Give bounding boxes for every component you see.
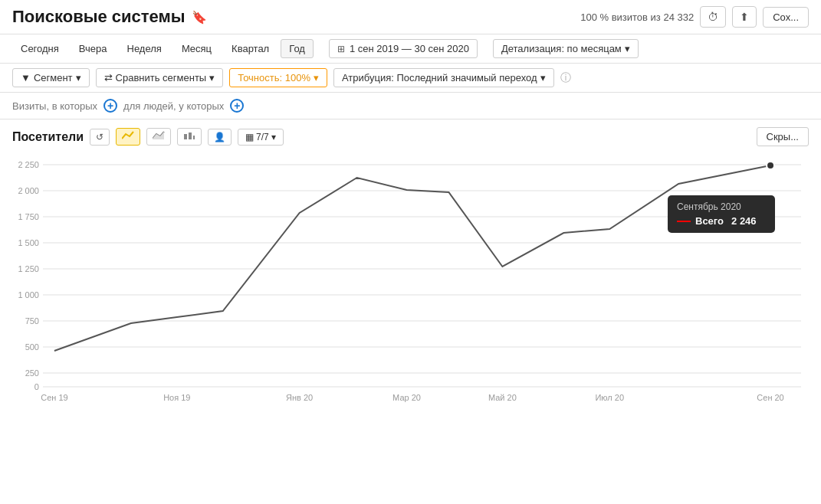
svg-text:Сен 20: Сен 20 xyxy=(757,393,783,402)
visits-label: Визиты, в которых xyxy=(12,100,97,112)
top-bar: Поисковые системы 🔖 100 % визитов из 24 … xyxy=(0,0,821,34)
chevron-down-icon-3: ▾ xyxy=(314,72,319,83)
people-label: для людей, у которых xyxy=(123,100,224,112)
add-visits-button[interactable]: + xyxy=(103,99,117,113)
chevron-down-icon-4: ▾ xyxy=(540,72,546,83)
svg-text:Ноя 19: Ноя 19 xyxy=(163,393,190,402)
svg-text:Мар 20: Мар 20 xyxy=(392,393,421,402)
chevron-down-icon-2: ▾ xyxy=(209,72,215,83)
date-bar: Сегодня Вчера Неделя Месяц Квартал Год ⊞… xyxy=(0,34,821,64)
info-icon[interactable]: ⓘ xyxy=(560,71,571,85)
chevron-down-icon-5: ▾ xyxy=(271,132,276,142)
chart-svg: 2 250 2 000 1 750 1 500 1 250 1 000 750 … xyxy=(12,157,809,402)
svg-text:Сен 19: Сен 19 xyxy=(41,393,67,402)
attribution-label: Атрибуция: Последний значимый переход xyxy=(342,72,537,83)
date-range-picker[interactable]: ⊞ 1 сен 2019 — 30 сен 2020 xyxy=(329,39,478,58)
date-range-text: 1 сен 2019 — 30 сен 2020 xyxy=(350,43,469,54)
chart-filter-label: 7/7 xyxy=(256,132,269,142)
page-title: Поисковые системы 🔖 xyxy=(12,7,207,27)
svg-text:500: 500 xyxy=(25,342,39,352)
chart-bar-button[interactable] xyxy=(177,128,202,146)
svg-text:250: 250 xyxy=(25,368,39,378)
accuracy-button[interactable]: Точность: 100% ▾ xyxy=(229,68,327,87)
svg-rect-2 xyxy=(189,133,192,139)
svg-text:Янв 20: Янв 20 xyxy=(286,393,313,402)
chart-refresh-button[interactable]: ↺ xyxy=(90,129,110,146)
chart-line-button[interactable] xyxy=(116,128,140,146)
svg-rect-3 xyxy=(193,136,195,139)
chevron-down-icon: ▾ xyxy=(76,72,81,83)
filter-icon: ▼ xyxy=(21,72,31,83)
chart-user-button[interactable]: 👤 xyxy=(208,129,232,146)
chart-filter-icon: ▦ xyxy=(245,132,254,142)
svg-text:2 000: 2 000 xyxy=(18,186,38,195)
filter-bar: ▼ Сегмент ▾ ⇄ Сравнить сегменты ▾ Точнос… xyxy=(0,64,821,93)
segment-bar: Визиты, в которых + для людей, у которых… xyxy=(0,93,821,119)
chevron-down-icon: ▾ xyxy=(625,43,630,54)
period-month[interactable]: Месяц xyxy=(173,39,220,58)
add-people-button[interactable]: + xyxy=(230,99,244,113)
svg-text:1 000: 1 000 xyxy=(18,290,38,299)
grid-icon: ⊞ xyxy=(337,44,345,54)
title-text: Поисковые системы xyxy=(12,7,186,27)
visits-info: 100 % визитов из 24 332 xyxy=(580,11,694,23)
hide-button[interactable]: Скры... xyxy=(757,127,810,146)
save-button[interactable]: Сох... xyxy=(763,7,809,28)
detail-label: Детализация: по месяцам xyxy=(501,43,622,54)
svg-text:1 250: 1 250 xyxy=(18,264,38,273)
svg-text:750: 750 xyxy=(25,316,39,326)
svg-rect-1 xyxy=(184,134,187,139)
chart-area: 2 250 2 000 1 750 1 500 1 250 1 000 750 … xyxy=(0,149,821,425)
bookmark-icon[interactable]: 🔖 xyxy=(192,10,207,25)
segment-label: Сегмент xyxy=(34,72,73,83)
svg-text:1 500: 1 500 xyxy=(18,238,38,247)
period-year[interactable]: Год xyxy=(281,39,314,58)
period-quarter[interactable]: Квартал xyxy=(223,39,277,58)
chart-area-button[interactable] xyxy=(146,128,171,146)
export-button[interactable]: ⬆ xyxy=(732,6,757,28)
compare-icon: ⇄ xyxy=(104,72,113,83)
attribution-button[interactable]: Атрибуция: Последний значимый переход ▾ xyxy=(333,68,554,87)
chart-filter-77[interactable]: ▦ 7/7 ▾ xyxy=(238,129,284,146)
period-today[interactable]: Сегодня xyxy=(12,39,67,58)
period-yesterday[interactable]: Вчера xyxy=(71,39,116,58)
clock-button[interactable]: ⏱ xyxy=(700,6,726,28)
compare-label: Сравнить сегменты xyxy=(116,72,207,83)
period-week[interactable]: Неделя xyxy=(119,39,170,58)
svg-text:0: 0 xyxy=(34,382,39,391)
svg-text:Май 20: Май 20 xyxy=(488,393,517,402)
accuracy-label: Точность: 100% xyxy=(238,72,310,83)
svg-text:2 250: 2 250 xyxy=(18,160,38,169)
chart-title: Посетители xyxy=(12,130,84,144)
svg-point-24 xyxy=(767,162,774,169)
compare-segments-button[interactable]: ⇄ Сравнить сегменты ▾ xyxy=(96,68,224,87)
segment-button[interactable]: ▼ Сегмент ▾ xyxy=(12,68,90,87)
chart-header: Посетители ↺ 👤 ▦ 7/7 ▾ Скры... xyxy=(0,119,821,149)
top-right-controls: 100 % визитов из 24 332 ⏱ ⬆ Сох... xyxy=(580,6,809,28)
svg-text:Июл 20: Июл 20 xyxy=(595,393,624,402)
detail-select[interactable]: Детализация: по месяцам ▾ xyxy=(493,39,639,58)
svg-text:1 750: 1 750 xyxy=(18,212,38,221)
